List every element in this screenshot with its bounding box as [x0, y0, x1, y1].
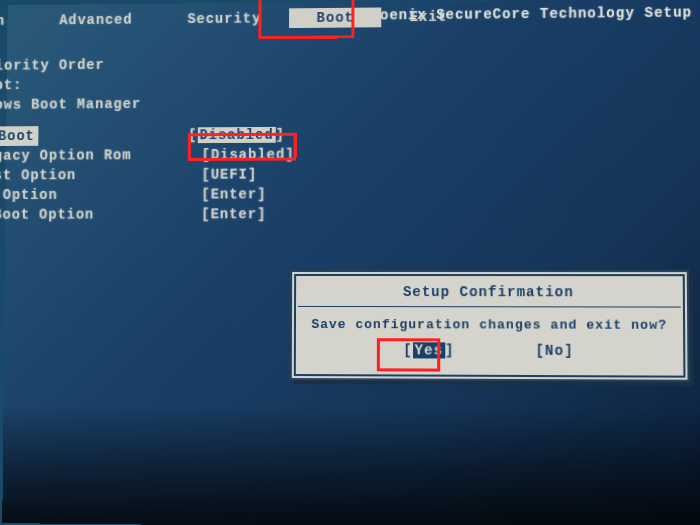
bracket-icon: ] [257, 206, 266, 222]
row-boot-option[interactable]: Boot Option [Enter] [0, 184, 294, 205]
bracket-icon: ] [257, 186, 266, 202]
bracket-icon: ] [564, 343, 574, 359]
settings-panel: t Priority Order [ Boot: Windows Boot Ma… [0, 54, 295, 225]
vignette [2, 404, 700, 525]
menu-boot[interactable]: Boot [289, 7, 382, 28]
dialog-title: Setup Confirmation [298, 280, 681, 308]
yes-button[interactable]: [Yes] [403, 342, 454, 358]
value-delete-boot: Enter [211, 206, 258, 222]
label-list-option: t List Option [0, 165, 202, 186]
row-secure-boot[interactable]: ure Boot [Disabled] [0, 125, 295, 146]
row-list-option[interactable]: t List Option [UEFI] [0, 165, 295, 186]
bracket-icon: ] [445, 342, 454, 358]
label-secure-boot: ure Boot [0, 126, 39, 146]
bracket-icon: [ [535, 343, 545, 359]
setup-confirmation-dialog: Setup Confirmation Save configuration ch… [290, 270, 690, 382]
label-legacy-rom: d Legacy Option Rom [0, 145, 202, 166]
bracket-icon: ] [285, 147, 294, 163]
menu-bar: n Advanced Security Boot Exit [0, 7, 475, 31]
value-boot-option: Enter [211, 186, 258, 202]
row-legacy-rom[interactable]: d Legacy Option Rom [Disabled] [0, 145, 295, 166]
value-list-option: UEFI [211, 167, 248, 183]
bracket-icon: [ [188, 127, 197, 143]
bracket-icon: [ [403, 342, 412, 358]
label-boot-option: Boot Option [0, 185, 201, 205]
label-boot: [ Boot: [0, 75, 22, 95]
menu-security[interactable]: Security [160, 8, 289, 29]
bracket-icon: ] [276, 127, 285, 143]
label-delete-boot: ete Boot Option [0, 204, 201, 224]
text-line: [ Boot: [0, 73, 295, 95]
menu-main[interactable]: n [0, 11, 32, 31]
value-legacy-rom: Disabled [211, 147, 285, 163]
bios-screen: Phoenix SecureCore Technology Setup n Ad… [2, 0, 700, 525]
menu-exit[interactable]: Exit [382, 7, 475, 28]
dialog-button-row: [Yes] [No] [296, 340, 683, 359]
value-secure-boot: Disabled [197, 127, 275, 143]
label-wbm: Windows Boot Manager [0, 94, 141, 115]
row-delete-boot[interactable]: ete Boot Option [Enter] [0, 204, 294, 224]
bracket-icon: ] [248, 167, 257, 183]
menu-advanced[interactable]: Advanced [32, 10, 160, 31]
label-priority: t Priority Order [0, 55, 105, 76]
yes-label: Yes [413, 342, 445, 358]
text-line: Windows Boot Manager [0, 93, 295, 115]
dialog-message: Save configuration changes and exit now? [296, 307, 683, 341]
no-label: No [545, 343, 564, 359]
no-button[interactable]: [No] [535, 343, 573, 359]
text-line: t Priority Order [0, 54, 295, 76]
